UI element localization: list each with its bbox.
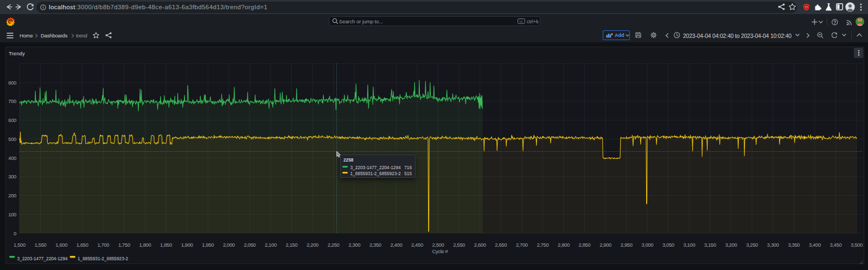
svg-text:2,400: 2,400 xyxy=(391,242,403,248)
svg-text:2,350: 2,350 xyxy=(369,242,381,248)
svg-text:700: 700 xyxy=(8,98,16,104)
svg-text:3,450: 3,450 xyxy=(830,242,842,248)
svg-text:2,750: 2,750 xyxy=(537,242,549,248)
svg-text:2,800: 2,800 xyxy=(558,242,570,248)
svg-text:3,500: 3,500 xyxy=(851,242,863,248)
svg-text:3,000: 3,000 xyxy=(641,242,653,248)
svg-text:2,600: 2,600 xyxy=(474,242,486,248)
svg-text:800: 800 xyxy=(8,80,16,86)
svg-text:600: 600 xyxy=(8,117,16,123)
svg-text:500: 500 xyxy=(8,136,16,142)
svg-text:2,300: 2,300 xyxy=(348,242,360,248)
svg-text:3,200: 3,200 xyxy=(725,242,737,248)
svg-text:400: 400 xyxy=(8,155,16,161)
svg-text:1,550: 1,550 xyxy=(35,242,47,248)
svg-text:1,700: 1,700 xyxy=(97,242,109,248)
svg-text:1,650: 1,650 xyxy=(76,242,88,248)
svg-text:2,700: 2,700 xyxy=(516,242,528,248)
svg-text:300: 300 xyxy=(8,173,16,179)
svg-text:3,050: 3,050 xyxy=(662,242,674,248)
svg-text:2,450: 2,450 xyxy=(411,242,423,248)
svg-text:1,800: 1,800 xyxy=(139,242,151,248)
svg-text:1,950: 1,950 xyxy=(202,242,214,248)
svg-text:2,250: 2,250 xyxy=(328,242,340,248)
svg-text:1,750: 1,750 xyxy=(118,242,130,248)
svg-text:3,150: 3,150 xyxy=(704,242,716,248)
svg-text:3,350: 3,350 xyxy=(788,242,800,248)
svg-text:2,550: 2,550 xyxy=(453,242,465,248)
svg-text:2,200: 2,200 xyxy=(307,242,318,248)
svg-text:1,600: 1,600 xyxy=(55,242,67,248)
svg-text:2,000: 2,000 xyxy=(223,242,235,248)
svg-text:3,300: 3,300 xyxy=(767,242,779,248)
svg-text:1_6855931-2_6855923-2: 1_6855931-2_6855923-2 xyxy=(78,256,129,261)
svg-text:200: 200 xyxy=(8,192,16,198)
svg-text:2,650: 2,650 xyxy=(495,242,507,248)
svg-text:3_2203-1477_2204-1294: 3_2203-1477_2204-1294 xyxy=(17,256,68,261)
svg-text:3,250: 3,250 xyxy=(746,242,758,248)
svg-text:1,850: 1,850 xyxy=(160,242,172,248)
svg-text:3,400: 3,400 xyxy=(809,242,821,248)
svg-text:100: 100 xyxy=(8,211,16,217)
svg-text:2,950: 2,950 xyxy=(621,242,633,248)
svg-text:2,500: 2,500 xyxy=(432,242,444,248)
svg-text:1,900: 1,900 xyxy=(181,242,193,248)
svg-text:0: 0 xyxy=(14,230,16,236)
svg-text:2,100: 2,100 xyxy=(265,242,277,248)
svg-text:3,100: 3,100 xyxy=(684,242,695,248)
svg-text:2,900: 2,900 xyxy=(599,242,611,248)
svg-text:2,850: 2,850 xyxy=(579,242,591,248)
svg-text:2,050: 2,050 xyxy=(244,242,256,248)
svg-text:1,500: 1,500 xyxy=(14,242,25,248)
svg-text:Cycle #: Cycle # xyxy=(432,248,449,254)
svg-text:2,150: 2,150 xyxy=(286,242,298,248)
